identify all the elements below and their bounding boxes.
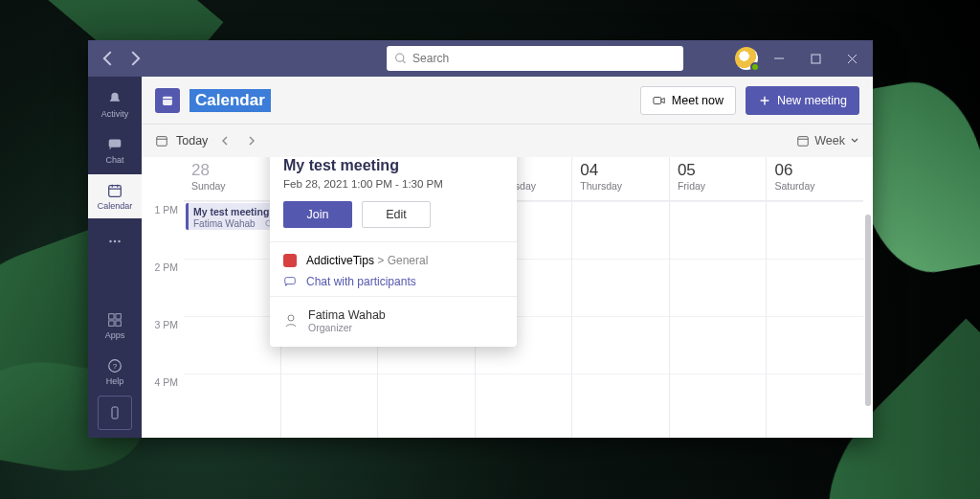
svg-rect-17 [798,137,809,147]
team-avatar-icon [283,254,297,267]
svg-rect-2 [109,140,122,147]
time-label: 2 PM [142,259,184,316]
chevron-down-icon [850,136,859,146]
next-week-button[interactable] [242,131,261,150]
chat-icon [106,136,123,153]
svg-point-19 [288,315,294,321]
search-input[interactable] [412,52,676,65]
rail-item-apps[interactable]: Apps [88,304,142,348]
popover-title: My test meeting [283,157,503,174]
back-button[interactable] [98,47,119,70]
presence-badge [750,62,760,72]
day-header[interactable]: 28Sunday [184,157,280,200]
organizer-row[interactable]: Fatima Wahab Organizer [283,308,503,333]
new-meeting-button[interactable]: New meeting [746,86,859,115]
avatar[interactable] [735,47,758,70]
popover-time: Feb 28, 2021 1:00 PM - 1:30 PM [283,178,503,190]
button-label: New meeting [777,94,847,107]
more-icon [106,233,123,250]
svg-rect-7 [109,314,114,319]
svg-rect-13 [112,407,118,419]
main-area: Calendar Meet now New meeting Today [142,77,873,438]
help-icon: ? [106,357,123,374]
svg-point-4 [109,240,112,243]
view-picker[interactable]: Week [796,134,859,147]
svg-rect-9 [109,321,114,326]
forward-button[interactable] [124,47,145,70]
titlebar [88,40,873,77]
rail-item-activity[interactable]: Activity [88,82,142,126]
svg-rect-10 [116,321,121,326]
today-icon [155,134,168,147]
close-button[interactable] [836,45,867,72]
prev-week-button[interactable] [215,131,234,150]
minimize-icon [773,53,785,64]
rail-label: Activity [101,109,129,119]
calendar-event[interactable]: My test meeting Fatima Wahab⟳ [186,203,278,230]
svg-rect-3 [109,186,122,197]
channel-separator: > [377,254,384,267]
day-column[interactable] [669,201,767,438]
svg-rect-14 [163,96,172,104]
team-name: AddictiveTips [306,254,374,267]
day-column[interactable] [571,201,669,438]
app-rail: Activity Chat Calendar Apps ? H [88,77,142,438]
time-label: 1 PM [142,201,184,259]
day-column[interactable] [766,201,863,438]
svg-rect-8 [116,314,121,319]
day-column[interactable]: My test meeting Fatima Wahab⟳ [184,201,280,438]
device-icon [107,405,122,420]
calendar-small-icon [796,134,810,147]
rail-item-help[interactable]: ? Help [88,350,142,394]
time-gutter: 1 PM 2 PM 3 PM 4 PM [142,201,184,438]
apps-icon [106,311,123,329]
rail-item-more[interactable] [88,220,142,264]
join-button[interactable]: Join [283,201,352,228]
svg-rect-16 [157,137,167,147]
video-icon [653,94,666,107]
chat-link[interactable]: Chat with participants [306,275,416,288]
event-title: My test meeting [193,206,274,217]
search-box[interactable] [387,46,683,71]
chevron-right-icon [124,48,145,69]
svg-point-0 [396,54,404,61]
maximize-icon [811,54,821,64]
svg-text:?: ? [113,362,118,371]
svg-point-5 [114,240,117,243]
calendar-toolbar: Today Week [142,125,873,157]
person-role: Organizer [308,322,386,333]
rail-label: Help [106,376,124,386]
plus-icon [758,94,771,107]
svg-rect-18 [285,278,296,284]
button-label: Meet now [672,94,724,107]
divider [270,296,517,297]
person-icon [283,313,299,329]
rail-label: Apps [105,330,125,340]
day-header[interactable]: 04Thursday [571,157,669,200]
day-header[interactable]: 05Friday [669,157,767,200]
bell-icon [106,90,123,107]
edit-button[interactable]: Edit [362,201,431,228]
close-icon [847,54,858,64]
minimize-button[interactable] [764,45,794,72]
chat-icon [283,275,297,288]
rail-item-chat[interactable]: Chat [88,128,142,172]
maximize-button[interactable] [800,45,831,72]
calendar-badge-icon [155,88,180,113]
time-label: 4 PM [142,374,184,431]
meet-now-button[interactable]: Meet now [640,86,736,115]
page-title: Calendar [189,89,271,112]
app-window: Activity Chat Calendar Apps ? H [88,40,873,438]
rail-item-calendar[interactable]: Calendar [88,174,142,218]
search-icon [394,52,407,65]
scrollbar-thumb[interactable] [865,215,871,406]
today-button[interactable]: Today [176,134,208,147]
rail-item-download[interactable] [98,396,132,430]
meeting-popover: My calendar My test meeting Feb 28, 2021… [270,157,517,347]
chat-row[interactable]: Chat with participants [283,275,503,288]
app-header: Calendar Meet now New meeting [142,77,873,125]
calendar-icon [106,182,123,199]
channel-row[interactable]: AddictiveTips > General [283,254,503,267]
divider [270,241,517,242]
day-header[interactable]: 06Saturday [766,157,863,200]
